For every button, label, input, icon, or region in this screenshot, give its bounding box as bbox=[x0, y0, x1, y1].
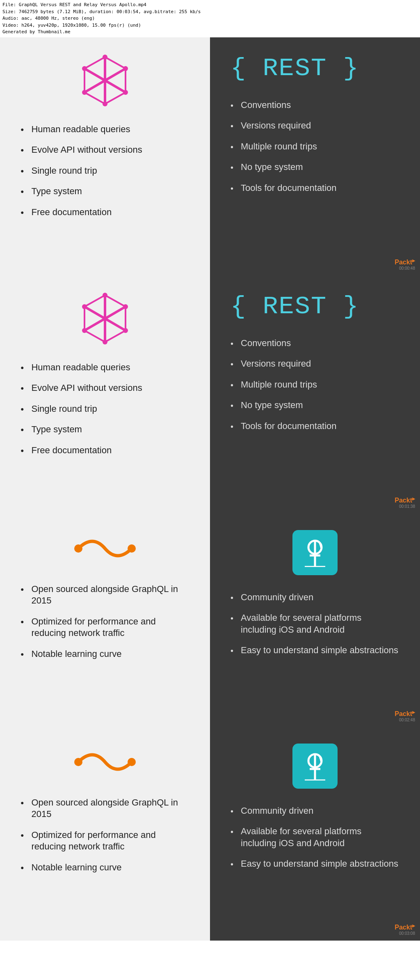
packt-badge-2: Packt▶ 00:01:38 bbox=[395, 496, 415, 508]
list-item: Optimized for performance and reducing n… bbox=[21, 829, 189, 853]
packt-label-3: Packt▶ bbox=[395, 710, 415, 717]
right-panel-apollo-2: Community driven Available for several p… bbox=[210, 727, 420, 941]
apollo-list-2: Community driven Available for several p… bbox=[231, 805, 399, 879]
graphql-list-2: Human readable queries Evolve API withou… bbox=[21, 362, 142, 466]
right-panel-rest-1: { REST } Conventions Versions required M… bbox=[210, 37, 420, 275]
relay-list-2: Open sourced alongside GraphQL in 2015 O… bbox=[21, 797, 189, 883]
list-item: Open sourced alongside GraphQL in 2015 bbox=[21, 583, 189, 607]
left-panel-relay-1: Open sourced alongside GraphQL in 2015 O… bbox=[0, 514, 210, 727]
apollo-list-1: Community driven Available for several p… bbox=[231, 592, 399, 666]
video-info-line4: Video: h264, yuv420p, 1920x1080, 15.00 f… bbox=[2, 23, 141, 28]
packt-badge-3: Packt▶ 00:02:48 bbox=[395, 710, 415, 722]
graphql-logo-area-1 bbox=[21, 54, 189, 107]
packt-time-2: 00:01:38 bbox=[395, 504, 415, 509]
svg-point-7 bbox=[103, 101, 107, 106]
list-item: Type system bbox=[21, 186, 142, 197]
list-item: Human readable queries bbox=[21, 124, 142, 135]
list-item: Free documentation bbox=[21, 207, 142, 218]
list-item: Evolve API without versions bbox=[21, 382, 142, 394]
list-item: Optimized for performance and reducing n… bbox=[21, 616, 189, 639]
list-item: Multiple round trips bbox=[231, 141, 337, 153]
packt-label-1: Packt▶ bbox=[395, 259, 415, 266]
list-item: Versions required bbox=[231, 358, 337, 370]
packt-label-2: Packt▶ bbox=[395, 497, 415, 504]
relay-icon-1 bbox=[70, 530, 140, 567]
graphql-icon-2 bbox=[78, 292, 132, 345]
relay-icon-2 bbox=[70, 744, 140, 780]
list-item: Community driven bbox=[231, 805, 399, 817]
video-info-line5: Generated by Thumbnail.me bbox=[2, 29, 71, 34]
graphql-icon-1 bbox=[78, 54, 132, 107]
apollo-letter-icon-2 bbox=[301, 752, 329, 780]
packt-time-4: 00:03:08 bbox=[395, 931, 415, 936]
list-item: Notable learning curve bbox=[21, 862, 189, 874]
svg-point-9 bbox=[82, 66, 87, 71]
packt-badge-4: Packt▶ 00:03:08 bbox=[395, 923, 415, 935]
svg-point-6 bbox=[123, 90, 128, 95]
video-info-line3: Audio: aac, 48000 Hz, stereo (eng) bbox=[2, 16, 95, 21]
list-item: Tools for documentation bbox=[231, 420, 337, 432]
list-item: Multiple round trips bbox=[231, 379, 337, 391]
graphql-logo-area-2 bbox=[21, 292, 189, 345]
svg-point-5 bbox=[123, 66, 128, 71]
svg-point-19 bbox=[82, 328, 87, 333]
svg-point-16 bbox=[123, 304, 128, 309]
relay-list-1: Open sourced alongside GraphQL in 2015 O… bbox=[21, 583, 189, 669]
left-panel-relay-2: Open sourced alongside GraphQL in 2015 O… bbox=[0, 727, 210, 941]
list-item: Available for several platforms includin… bbox=[231, 612, 399, 636]
list-item: Free documentation bbox=[21, 445, 142, 457]
svg-point-18 bbox=[103, 340, 107, 344]
section-relay-apollo-2: Open sourced alongside GraphQL in 2015 O… bbox=[0, 727, 420, 941]
svg-point-8 bbox=[82, 90, 87, 95]
section-graphql-rest-1: Human readable queries Evolve API withou… bbox=[0, 37, 420, 275]
rest-list-1: Conventions Versions required Multiple r… bbox=[231, 99, 337, 203]
list-item: Open sourced alongside GraphQL in 2015 bbox=[21, 797, 189, 820]
svg-point-23 bbox=[128, 544, 136, 553]
video-info: File: GraphQL Versus REST and Relay Vers… bbox=[0, 0, 420, 37]
list-item: Versions required bbox=[231, 120, 337, 132]
packt-badge-1: Packt▶ 00:00:48 bbox=[395, 258, 415, 270]
list-item: Evolve API without versions bbox=[21, 144, 142, 156]
video-info-line1: File: GraphQL Versus REST and Relay Vers… bbox=[2, 2, 146, 7]
rest-list-2: Conventions Versions required Multiple r… bbox=[231, 337, 337, 441]
apollo-icon-area-1 bbox=[231, 530, 399, 575]
packt-time-1: 00:00:48 bbox=[395, 266, 415, 271]
list-item: Tools for documentation bbox=[231, 182, 337, 194]
list-item: No type system bbox=[231, 161, 337, 173]
packt-label-4: Packt▶ bbox=[395, 924, 415, 931]
list-item: Available for several platforms includin… bbox=[231, 826, 399, 849]
svg-point-15 bbox=[103, 293, 107, 298]
packt-time-3: 00:02:48 bbox=[395, 718, 415, 722]
svg-point-10 bbox=[103, 78, 107, 83]
list-item: Easy to understand simple abstractions bbox=[231, 858, 399, 870]
left-panel-graphql-1: Human readable queries Evolve API withou… bbox=[0, 37, 210, 275]
list-item: Single round trip bbox=[21, 403, 142, 415]
list-item: Human readable queries bbox=[21, 362, 142, 374]
right-panel-rest-2: { REST } Conventions Versions required M… bbox=[210, 275, 420, 514]
list-item: Single round trip bbox=[21, 165, 142, 177]
apollo-letter-icon-1 bbox=[301, 538, 329, 567]
list-item: Conventions bbox=[231, 337, 337, 349]
apollo-box-2 bbox=[292, 744, 338, 789]
svg-point-17 bbox=[123, 328, 128, 333]
relay-icon-area-2 bbox=[21, 744, 189, 780]
rest-title-1: { REST } bbox=[231, 54, 359, 83]
svg-point-20 bbox=[82, 304, 87, 309]
list-item: Notable learning curve bbox=[21, 648, 189, 660]
list-item: Type system bbox=[21, 424, 142, 436]
svg-point-21 bbox=[103, 316, 107, 321]
list-item: Conventions bbox=[231, 99, 337, 111]
list-item: No type system bbox=[231, 399, 337, 411]
svg-point-4 bbox=[103, 55, 107, 60]
list-item: Easy to understand simple abstractions bbox=[231, 645, 399, 656]
apollo-icon-area-2 bbox=[231, 744, 399, 789]
graphql-list-1: Human readable queries Evolve API withou… bbox=[21, 124, 142, 227]
video-info-line2: Size: 7462759 bytes (7.12 MiB), duration… bbox=[2, 9, 201, 14]
section-relay-apollo-1: Open sourced alongside GraphQL in 2015 O… bbox=[0, 514, 420, 727]
list-item: Community driven bbox=[231, 592, 399, 604]
right-panel-apollo-1: Community driven Available for several p… bbox=[210, 514, 420, 727]
left-panel-graphql-2: Human readable queries Evolve API withou… bbox=[0, 275, 210, 514]
section-graphql-rest-2: Human readable queries Evolve API withou… bbox=[0, 275, 420, 514]
apollo-box-1 bbox=[292, 530, 338, 575]
relay-icon-area-1 bbox=[21, 530, 189, 567]
